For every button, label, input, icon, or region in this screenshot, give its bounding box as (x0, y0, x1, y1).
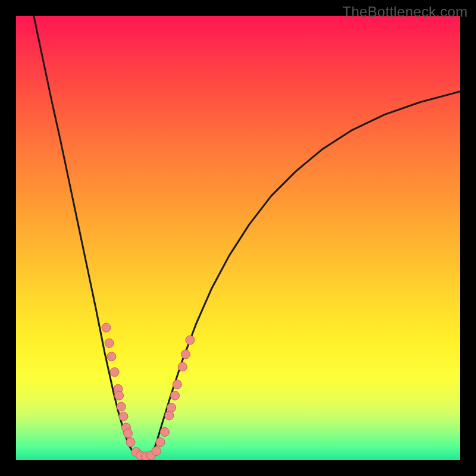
data-marker (126, 438, 135, 447)
data-marker (171, 391, 180, 400)
data-marker (107, 352, 116, 361)
data-marker (102, 323, 111, 332)
data-marker (160, 428, 169, 437)
curve-left-curve (34, 16, 149, 460)
chart-stage: TheBottleneck.com (0, 0, 476, 476)
data-marker (119, 412, 128, 421)
data-marker (123, 429, 132, 438)
marker-group (102, 323, 195, 460)
curve-overlay (16, 16, 460, 460)
data-marker (110, 368, 119, 377)
data-marker (178, 362, 187, 371)
data-marker (156, 438, 165, 447)
data-marker (117, 402, 126, 411)
data-marker (181, 350, 190, 359)
data-marker (105, 339, 114, 347)
data-marker (152, 447, 161, 456)
data-marker (167, 403, 176, 412)
curve-group (34, 16, 460, 460)
data-marker (115, 391, 124, 400)
data-marker (186, 336, 195, 345)
watermark-text: TheBottleneck.com (342, 4, 468, 20)
curve-right-curve (149, 92, 460, 460)
data-marker (165, 411, 174, 420)
data-marker (173, 380, 181, 389)
